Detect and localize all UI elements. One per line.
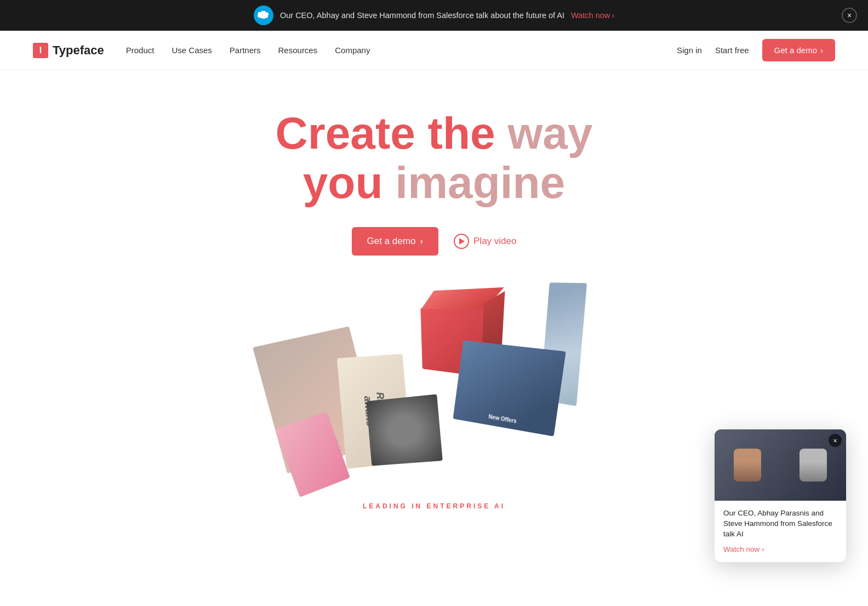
video-popup-title: Our CEO, Abhay Parasnis and Steve Hammon… <box>723 508 837 540</box>
person-avatar-1 <box>734 449 761 482</box>
video-popup-watch-button[interactable]: Watch now › <box>723 545 764 548</box>
navigation: I Typeface Product Use Cases Partners Re… <box>0 31 868 70</box>
nav-link-use-cases[interactable]: Use Cases <box>172 46 212 55</box>
product-composition: NEWCASE Radiantawaits New Offers <box>270 283 598 491</box>
word-imagine: imagine <box>395 157 565 207</box>
hero-actions: Get a demo › Play video <box>11 227 857 256</box>
announcement-banner: Our CEO, Abhay and Steve Hammond from Sa… <box>0 0 868 31</box>
person-avatar-2 <box>800 449 827 482</box>
word-way: way <box>507 108 592 158</box>
banner-text: Our CEO, Abhay and Steve Hammond from Sa… <box>280 11 564 20</box>
car-text: New Offers <box>488 414 517 424</box>
banner-watch-now-link[interactable]: Watch now › <box>571 11 614 20</box>
video-popup: × Our CEO, Abhay Parasnis and Steve Hamm… <box>715 429 846 548</box>
video-thumb-left <box>715 429 780 501</box>
video-popup-body: Our CEO, Abhay Parasnis and Steve Hammon… <box>715 501 846 548</box>
card-appliance <box>366 394 442 466</box>
video-thumbnail <box>715 429 846 501</box>
nav-actions: Sign in Start free Get a demo › <box>677 39 835 61</box>
word-you: you <box>303 157 396 207</box>
banner-close-button[interactable]: × <box>842 8 857 23</box>
start-free-button[interactable]: Start free <box>715 46 749 55</box>
nav-link-partners[interactable]: Partners <box>230 46 261 55</box>
nav-link-company[interactable]: Company <box>335 46 370 55</box>
play-triangle-icon <box>459 238 465 245</box>
nav-logo[interactable]: I Typeface <box>33 43 104 58</box>
word-the: the <box>428 108 508 158</box>
hero-get-demo-button[interactable]: Get a demo › <box>352 227 439 256</box>
hero-image-area: NEWCASE Radiantawaits New Offers <box>270 283 598 491</box>
nav-get-demo-button[interactable]: Get a demo › <box>762 39 835 61</box>
salesforce-logo <box>254 5 273 25</box>
nav-links: Product Use Cases Partners Resources Com… <box>126 46 677 55</box>
logo-icon: I <box>33 43 48 58</box>
hero-title: Create the way you imagine <box>11 109 857 207</box>
nav-link-product[interactable]: Product <box>126 46 155 55</box>
card-car: New Offers <box>453 341 566 437</box>
play-circle-icon <box>454 234 469 249</box>
hero-play-video-button[interactable]: Play video <box>454 234 516 249</box>
word-create: Create <box>276 108 428 158</box>
logo-text: Typeface <box>53 43 104 58</box>
sign-in-button[interactable]: Sign in <box>677 46 702 55</box>
nav-link-resources[interactable]: Resources <box>278 46 318 55</box>
